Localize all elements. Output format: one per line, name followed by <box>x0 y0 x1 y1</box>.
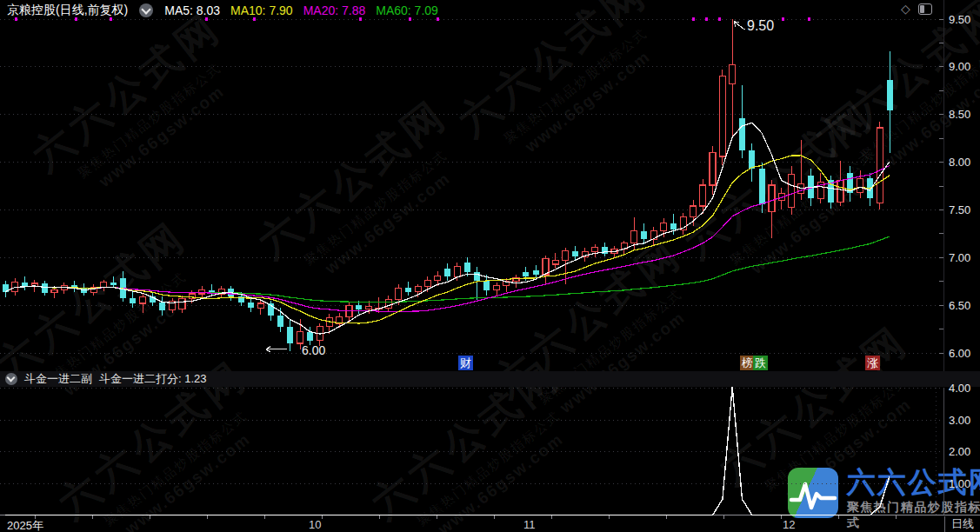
stock-title: 京粮控股(日线,前复权) <box>7 3 128 18</box>
event-badge: 跌 <box>753 356 768 370</box>
time-axis-label: 2025年 <box>7 518 43 532</box>
ma-legend: MA5: 8.03MA10: 7.90MA20: 7.88MA60: 7.09 <box>164 3 449 18</box>
ma-label: MA10: 7.90 <box>230 3 293 17</box>
period-label[interactable]: 日线 <box>944 516 980 532</box>
indicator-name: 斗金一进二副 <box>24 371 92 387</box>
chart-header: 京粮控股(日线,前复权) MA5: 8.03MA10: 7.90MA20: 7.… <box>0 0 449 21</box>
stock-app-window: 六六公式网聚焦热门精品炒股指标公式www.66gsw.com六六公式网聚焦热门精… <box>0 0 980 532</box>
subchart-header: 斗金一进二副 斗金一进二打分: 1.23 <box>0 371 980 387</box>
chevron-down-icon[interactable] <box>139 3 153 17</box>
high-price-annotation: 9.50 <box>747 18 774 34</box>
ma-label: MA20: 7.88 <box>303 3 366 17</box>
low-price-annotation: 6.00 <box>302 343 325 357</box>
header-icons: ◇ <box>901 3 932 15</box>
ma-label: MA60: 7.09 <box>376 3 438 17</box>
main-chart[interactable] <box>0 0 980 532</box>
indicator-score: 斗金一进二打分: 1.23 <box>99 371 207 387</box>
ma-label: MA5: 8.03 <box>164 3 220 17</box>
time-axis-label: 10 <box>309 518 321 531</box>
time-axis-label: 11 <box>523 518 536 531</box>
event-badge: 涨 <box>865 356 880 370</box>
event-badge: 财 <box>458 356 473 370</box>
diamond-icon[interactable]: ◇ <box>901 3 910 15</box>
panel-split-icon[interactable] <box>918 3 932 15</box>
chevron-down-icon[interactable] <box>5 373 17 385</box>
time-axis-label: 12 <box>783 518 795 531</box>
